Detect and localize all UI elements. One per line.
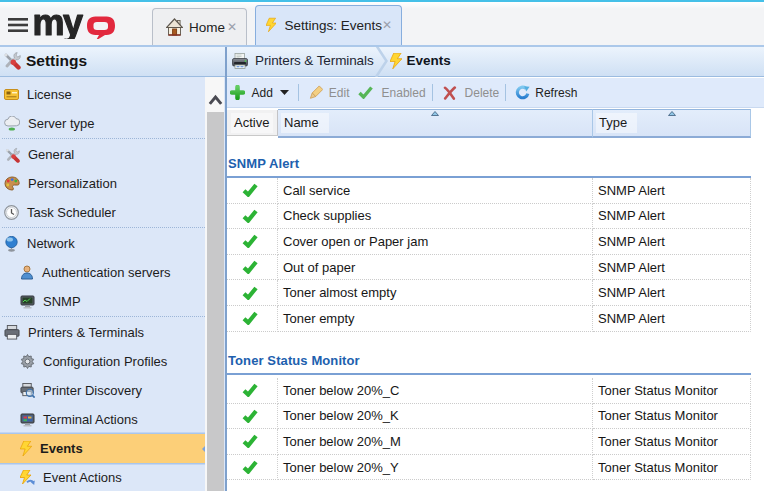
svg-text:my: my bbox=[33, 12, 83, 39]
